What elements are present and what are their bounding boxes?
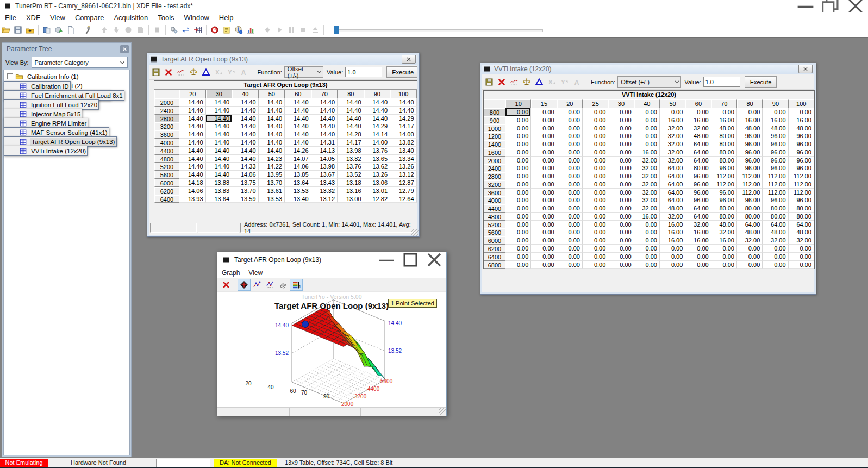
table-cell[interactable]: 0.00: [505, 124, 531, 133]
new-document-icon[interactable]: [65, 24, 77, 35]
row-header[interactable]: 1400: [484, 140, 505, 148]
row-header[interactable]: 4000: [154, 139, 179, 147]
row-header[interactable]: 1200: [484, 132, 505, 140]
table-cell[interactable]: 14.40: [206, 163, 233, 171]
row-header[interactable]: 4800: [154, 155, 179, 163]
table-cell[interactable]: 13.59: [232, 195, 259, 203]
table-cell[interactable]: 13.43: [311, 179, 338, 187]
table-cell[interactable]: 14.40: [232, 115, 259, 123]
table-cell[interactable]: 0.00: [557, 116, 583, 124]
table-cell[interactable]: 0.00: [531, 124, 557, 133]
table-cell[interactable]: 0.00: [531, 196, 557, 204]
table-cell[interactable]: 64.00: [763, 221, 788, 229]
table-cell[interactable]: 0.00: [608, 157, 634, 165]
table-cell[interactable]: 14.40: [206, 147, 233, 155]
column-header[interactable]: 70: [311, 90, 338, 98]
table-cell[interactable]: 96.00: [711, 189, 737, 197]
tree-category[interactable]: −Calibration Info (1): [4, 72, 129, 81]
table-cell[interactable]: 0.00: [557, 236, 583, 245]
table-cell[interactable]: 0.00: [634, 108, 660, 116]
column-header[interactable]: 90: [763, 99, 788, 108]
table-cell[interactable]: 112.00: [789, 180, 814, 189]
table-cell[interactable]: 96.00: [789, 148, 814, 157]
table-cell[interactable]: 64.00: [737, 221, 763, 229]
vvt-close-button[interactable]: [798, 64, 813, 73]
table-cell[interactable]: 0.00: [583, 157, 608, 165]
table-cell[interactable]: 13.52: [338, 171, 364, 179]
table-cell[interactable]: 12.64: [390, 195, 417, 203]
table-cell[interactable]: 13.65: [364, 155, 391, 163]
table-cell[interactable]: 13.53: [259, 195, 285, 203]
table-cell[interactable]: 96.00: [685, 189, 711, 197]
table-cell[interactable]: 13.75: [232, 179, 259, 187]
column-header[interactable]: 80: [338, 90, 364, 98]
table-cell[interactable]: 13.85: [285, 171, 311, 179]
table-cell[interactable]: 0.00: [557, 124, 583, 133]
column-header[interactable]: 10: [505, 99, 531, 108]
table-cell[interactable]: 0.00: [583, 172, 608, 180]
table-cell[interactable]: 0.00: [583, 164, 608, 172]
table-cell[interactable]: 13.70: [259, 179, 285, 187]
table-cell[interactable]: 0.00: [505, 213, 531, 221]
table-cell[interactable]: 14.40: [259, 122, 285, 130]
delta-blue-icon[interactable]: [533, 76, 545, 88]
table-cell[interactable]: 0.00: [711, 261, 737, 269]
chart-trace-icon[interactable]: [264, 279, 277, 291]
table-cell[interactable]: 96.00: [763, 164, 788, 172]
table-cell[interactable]: 14.33: [232, 163, 259, 171]
table-cell[interactable]: 32.00: [634, 180, 660, 189]
execute-button[interactable]: Execute: [745, 76, 777, 88]
table-cell[interactable]: 32.00: [660, 148, 685, 157]
table-cell[interactable]: 0.00: [583, 189, 608, 197]
row-header[interactable]: 6200: [154, 187, 179, 195]
table-cell[interactable]: 0.00: [505, 164, 531, 172]
table-cell[interactable]: 0.00: [505, 157, 531, 165]
table-cell[interactable]: 0.00: [634, 236, 660, 245]
tree-item[interactable]: VVTi Intake (12x20): [4, 146, 88, 156]
table-cell[interactable]: 0.00: [608, 172, 634, 180]
table-cell[interactable]: 13.40: [390, 147, 417, 155]
row-header[interactable]: 6400: [154, 195, 179, 203]
table-cell[interactable]: 13.70: [232, 187, 259, 195]
table-cell[interactable]: 64.00: [685, 140, 711, 148]
table-cell[interactable]: 0.00: [608, 108, 634, 116]
table-cell[interactable]: 16.00: [660, 116, 685, 124]
table-cell[interactable]: 0.00: [634, 140, 660, 148]
table-cell[interactable]: 13.62: [364, 163, 391, 171]
table-cell[interactable]: 0.00: [557, 261, 583, 269]
table-cell[interactable]: 64.00: [685, 157, 711, 165]
table-cell[interactable]: 112.00: [737, 172, 763, 180]
table-cell[interactable]: 80.00: [763, 204, 788, 213]
column-header[interactable]: 40: [634, 99, 660, 108]
nav-prev-icon[interactable]: [122, 24, 134, 35]
table-cell[interactable]: 14.40: [285, 115, 311, 123]
table-cell[interactable]: 13.16: [338, 187, 364, 195]
menu-item-xdf[interactable]: XDF: [21, 14, 45, 22]
table-cell[interactable]: 96.00: [737, 132, 763, 140]
function-dropdown[interactable]: Offset (+/-): [284, 66, 323, 78]
table-cell[interactable]: 14.40: [232, 98, 259, 107]
column-header[interactable]: 60: [285, 90, 311, 98]
table-cell[interactable]: 0.00: [583, 213, 608, 221]
table-cell[interactable]: 14.29: [390, 115, 417, 123]
trace-graph-icon[interactable]: [174, 66, 187, 78]
table-cell[interactable]: 14.40: [311, 98, 338, 107]
table-cell[interactable]: 80.00: [685, 164, 711, 172]
axis-x-icon[interactable]: X: [545, 76, 558, 88]
trace-graph-icon[interactable]: [508, 76, 520, 88]
column-header[interactable]: 25: [583, 99, 608, 108]
table-cell[interactable]: 48.00: [685, 132, 711, 140]
function-dropdown[interactable]: Offset (+/-): [617, 76, 681, 88]
table-cell[interactable]: 0.00: [505, 245, 531, 253]
scale-balance-icon[interactable]: [187, 66, 199, 78]
table-cell[interactable]: 13.76: [364, 147, 391, 155]
table-cell[interactable]: 13.61: [259, 187, 285, 195]
delete-x-icon[interactable]: [220, 279, 233, 291]
table-cell[interactable]: 48.00: [789, 124, 814, 133]
table-cell[interactable]: 32.00: [711, 228, 737, 236]
table-cell[interactable]: 0.00: [557, 157, 583, 165]
table-cell[interactable]: 0.00: [583, 180, 608, 189]
table-cell[interactable]: 80.00: [763, 213, 788, 221]
table-cell[interactable]: 0.00: [557, 228, 583, 236]
table-cell[interactable]: 0.00: [557, 221, 583, 229]
